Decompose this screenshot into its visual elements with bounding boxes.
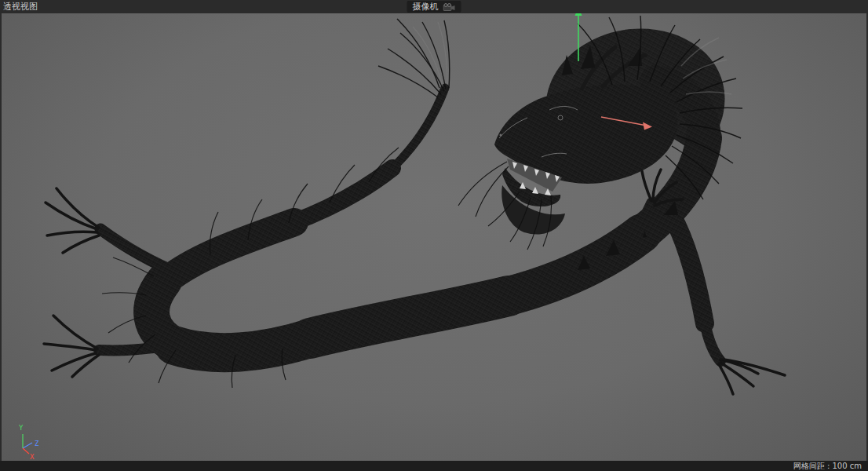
- viewport-title: 透视视图: [3, 2, 38, 12]
- tail-hair: [378, 19, 450, 97]
- front-leg-upper: [46, 188, 182, 275]
- camera-icon[interactable]: [443, 3, 456, 11]
- grid-spacing-label: 网格间距 : 100 cm: [793, 461, 862, 471]
- camera-tab[interactable]: 摄像机: [407, 1, 461, 13]
- viewport-header-bar: 透视视图 摄像机: [0, 0, 868, 13]
- dragon-wireframe-model[interactable]: [44, 16, 785, 394]
- z-axis-label: Z: [35, 440, 39, 447]
- status-bar: 网格间距 : 100 cm: [0, 461, 868, 471]
- x-axis-label: X: [30, 453, 35, 461]
- 3d-viewport-window: 透视视图 摄像机 Y Z X 网格间距 : 100 cm: [0, 0, 868, 471]
- y-axis-label: Y: [19, 424, 24, 432]
- scene-canvas: [0, 0, 868, 471]
- world-axis-gizmo: Y Z X: [14, 422, 61, 462]
- camera-tab-label: 摄像机: [413, 1, 439, 13]
- rear-leg-lower: [677, 225, 785, 394]
